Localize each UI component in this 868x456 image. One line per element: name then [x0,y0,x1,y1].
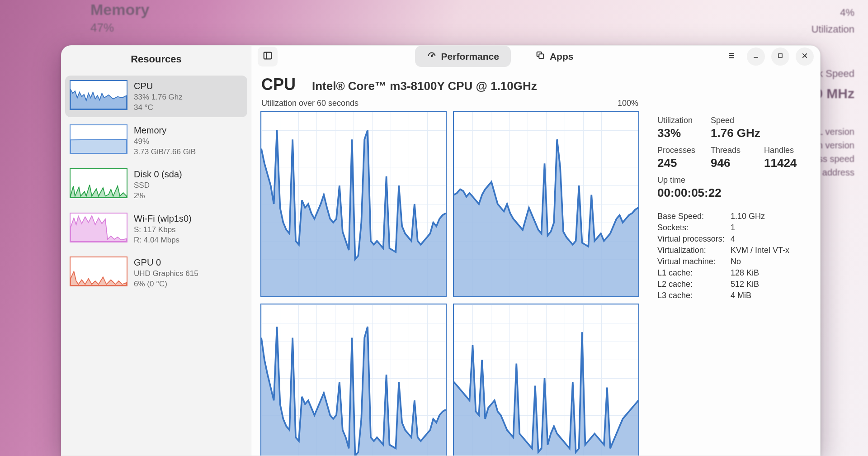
stat-speed: Speed 1.76 GHz [711,116,760,140]
sidebar-items: CPU 33% 1.76 Ghz 34 °C Memory 49% 3.73 G… [61,73,251,294]
cpu-thumbnail-chart [70,80,127,110]
sidebar-item-disk[interactable]: Disk 0 (sda) SSD 2% [65,164,247,205]
stat-utilization-value: 33% [657,126,698,140]
detail-l1-key: L1 cache: [657,268,731,278]
page-title: CPU [261,75,296,94]
chart-caption-left: Utilization over 60 seconds [261,99,359,108]
toggle-sidebar-button[interactable] [258,47,278,66]
speedometer-icon [427,50,437,62]
stat-speed-value: 1.76 GHz [711,126,760,140]
detail-base-speed-key: Base Speed: [657,212,731,221]
stat-handles-value: 11424 [764,156,805,170]
detail-vm-val: No [731,257,807,266]
detail-vprocs-val: 4 [731,234,807,244]
tab-performance-label: Performance [441,51,499,62]
app-window: Resources CPU 33% 1.76 Ghz 34 °C [61,45,821,456]
close-window-button[interactable] [796,48,814,66]
detail-l1-val: 128 KiB [731,268,807,278]
cpu-core-chart-3 [453,304,639,456]
stat-uptime-label: Up time [657,176,722,185]
sidebar-item-memory[interactable]: Memory 49% 3.73 GiB/7.66 GiB [65,120,247,162]
tab-performance[interactable]: Performance [415,46,511,67]
sidebar-item-cpu[interactable]: CPU 33% 1.76 Ghz 34 °C [65,76,247,117]
sidebar-disk-title: Disk 0 (sda) [134,169,182,180]
close-icon [801,52,808,61]
chart-caption-right: 100% [618,99,638,108]
sidebar-wifi-title: Wi-Fi (wlp1s0) [134,214,192,224]
sidebar-wifi-sub2: R: 4.04 Mbps [134,235,192,245]
sidebar-cpu-title: CPU [134,81,183,91]
panel-left-icon [263,51,273,62]
cpu-core-chart-2 [260,304,447,456]
sidebar-memory-sub1: 49% [134,137,196,146]
detail-sockets-key: Sockets: [657,223,731,233]
detail-l2-key: L2 cache: [657,280,731,289]
apps-icon [535,50,545,62]
graph-area: CPU Intel® Core™ m3-8100Y CPU @ 1.10GHz … [260,72,639,456]
stat-processes-label: Processes [657,146,698,155]
sidebar-item-gpu[interactable]: GPU 0 UHD Graphics 615 6% (0 °C) [65,252,247,294]
hamburger-menu-button[interactable] [722,48,741,66]
info-column: Utilization 33% Speed 1.76 GHz Processes… [657,72,807,456]
stat-speed-label: Speed [711,116,760,125]
page-subtitle: Intel® Core™ m3-8100Y CPU @ 1.10GHz [312,79,537,93]
sidebar-gpu-sub1: UHD Graphics 615 [134,269,198,278]
detail-vprocs-key: Virtual processors: [657,234,731,244]
detail-table: Base Speed:1.10 GHz Sockets:1 Virtual pr… [657,212,807,300]
stat-threads-label: Threads [711,146,751,155]
sidebar-title: Resources [61,46,251,73]
sidebar-wifi-sub1: S: 117 Kbps [134,225,192,234]
hamburger-icon [727,52,736,62]
detail-sockets-val: 1 [731,223,807,233]
stat-uptime-value: 00:00:05:22 [657,186,722,200]
maximize-icon [777,52,783,61]
minimize-window-button[interactable] [747,48,765,66]
sidebar-gpu-title: GPU 0 [134,257,198,268]
wifi-thumbnail-chart [70,213,127,242]
detail-virt-key: Virtualization: [657,246,731,255]
stat-handles: Handles 11424 [764,146,805,170]
sidebar-disk-sub2: 2% [134,191,182,200]
view-switcher: Performance Apps [415,46,585,67]
stat-utilization-label: Utilization [657,116,698,125]
detail-l2-val: 512 KiB [731,280,807,289]
content: CPU Intel® Core™ m3-8100Y CPU @ 1.10GHz … [251,67,820,456]
svg-rect-10 [778,53,782,57]
sidebar-disk-sub1: SSD [134,180,182,190]
minimize-icon [752,52,760,61]
sidebar: Resources CPU 33% 1.76 Ghz 34 °C [61,46,251,456]
sidebar-memory-title: Memory [134,125,196,136]
stat-threads: Threads 946 [711,146,751,170]
stat-processes: Processes 245 [657,146,698,170]
svg-rect-5 [539,54,543,58]
chart-grid [260,111,639,456]
sidebar-cpu-sub1: 33% 1.76 Ghz [134,92,183,102]
stat-handles-label: Handles [764,146,805,155]
detail-l3-val: 4 MiB [731,291,807,300]
sidebar-cpu-sub2: 34 °C [134,103,183,112]
detail-vm-key: Virtual machine: [657,257,731,266]
cpu-core-chart-0 [260,111,447,297]
gpu-thumbnail-chart [70,256,127,286]
sidebar-item-wifi[interactable]: Wi-Fi (wlp1s0) S: 117 Kbps R: 4.04 Mbps [65,208,247,250]
tab-apps[interactable]: Apps [524,46,585,67]
detail-base-speed-val: 1.10 GHz [731,212,807,221]
sidebar-memory-sub2: 3.73 GiB/7.66 GiB [134,147,196,157]
disk-thumbnail-chart [70,168,127,198]
headerbar: Performance Apps [251,46,820,67]
stat-uptime: Up time 00:00:05:22 [657,176,722,200]
stat-utilization: Utilization 33% [657,116,698,140]
tab-apps-label: Apps [550,51,574,62]
svg-rect-0 [264,52,272,59]
detail-virt-val: KVM / Intel VT-x [731,246,807,255]
cpu-core-chart-1 [453,111,639,297]
stat-threads-value: 946 [711,156,751,170]
maximize-window-button[interactable] [771,48,789,66]
svg-point-3 [431,55,432,57]
detail-l3-key: L3 cache: [657,291,731,300]
main-panel: Performance Apps [251,46,820,456]
memory-thumbnail-chart [70,124,127,154]
stat-processes-value: 245 [657,156,698,170]
sidebar-gpu-sub2: 6% (0 °C) [134,279,198,289]
